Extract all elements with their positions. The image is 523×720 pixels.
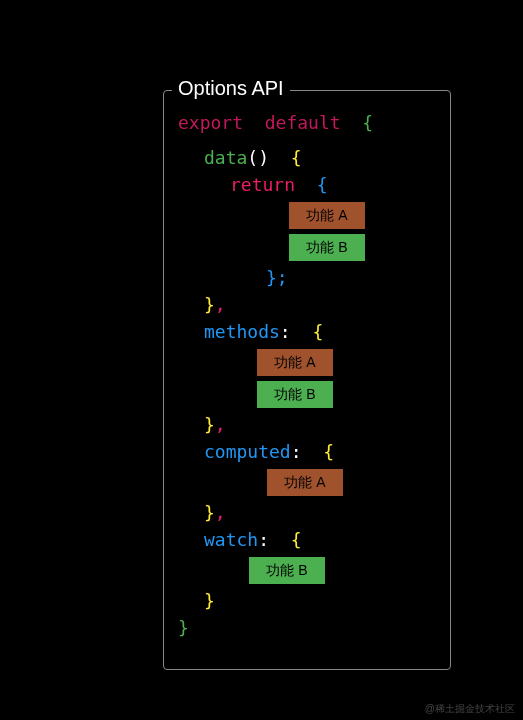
- colon: :: [258, 529, 269, 550]
- prop-watch: watch: [204, 529, 258, 550]
- colon: :: [291, 441, 302, 462]
- code-line: return {: [178, 171, 436, 198]
- fn-data: data: [204, 147, 247, 168]
- panel-title: Options API: [172, 77, 290, 100]
- brace-close: }: [266, 267, 277, 288]
- code-line: }: [178, 614, 436, 641]
- feature-a-badge: 功能 A: [266, 468, 344, 497]
- code-line: data() {: [178, 144, 436, 171]
- colon: :: [280, 321, 291, 342]
- keyword-default: default: [265, 112, 341, 133]
- feature-a-badge: 功能 A: [256, 348, 334, 377]
- feature-badge-row: 功能 A: [178, 200, 436, 230]
- code-block: export default { data() { return { 功能 A …: [164, 91, 450, 651]
- keyword-export: export: [178, 112, 243, 133]
- feature-b-badge: 功能 B: [248, 556, 326, 585]
- feature-b-badge: 功能 B: [288, 233, 366, 262]
- feature-a-badge: 功能 A: [288, 201, 366, 230]
- feature-badge-row: 功能 A: [178, 467, 436, 497]
- paren-open: (: [247, 147, 258, 168]
- code-line: export default {: [178, 109, 436, 136]
- code-line: },: [178, 411, 436, 438]
- brace-open: {: [323, 441, 334, 462]
- code-line: },: [178, 499, 436, 526]
- brace-open: {: [291, 147, 302, 168]
- paren-close: ): [258, 147, 269, 168]
- code-line: },: [178, 291, 436, 318]
- keyword-return: return: [230, 174, 295, 195]
- brace-open: {: [291, 529, 302, 550]
- brace-close: }: [204, 294, 215, 315]
- code-line: }: [178, 587, 436, 614]
- comma: ,: [215, 294, 226, 315]
- feature-badge-row: 功能 B: [178, 232, 436, 262]
- code-line: };: [178, 264, 436, 291]
- feature-badge-row: 功能 B: [178, 379, 436, 409]
- prop-computed: computed: [204, 441, 291, 462]
- code-line: watch: {: [178, 526, 436, 553]
- comma: ,: [215, 502, 226, 523]
- brace-close: }: [204, 590, 215, 611]
- code-line: computed: {: [178, 438, 436, 465]
- watermark-text: @稀土掘金技术社区: [425, 702, 515, 716]
- brace-open: {: [317, 174, 328, 195]
- comma: ,: [215, 414, 226, 435]
- options-api-panel: Options API export default { data() { re…: [163, 90, 451, 670]
- code-line: methods: {: [178, 318, 436, 345]
- brace-open: {: [362, 112, 373, 133]
- feature-badge-row: 功能 A: [178, 347, 436, 377]
- feature-badge-row: 功能 B: [178, 555, 436, 585]
- semicolon: ;: [277, 267, 288, 288]
- feature-b-badge: 功能 B: [256, 380, 334, 409]
- prop-methods: methods: [204, 321, 280, 342]
- brace-close: }: [178, 617, 189, 638]
- brace-close: }: [204, 414, 215, 435]
- brace-close: }: [204, 502, 215, 523]
- brace-open: {: [312, 321, 323, 342]
